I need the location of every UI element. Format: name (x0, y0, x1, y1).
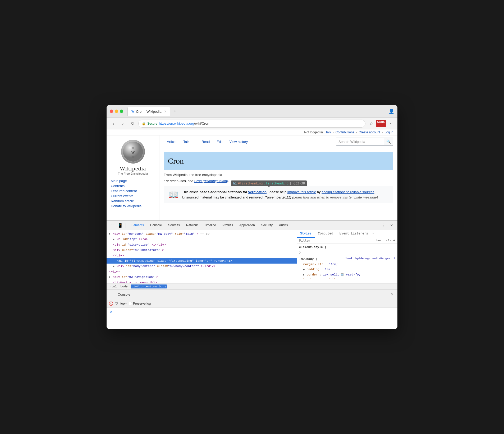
nav-link-main-page[interactable]: Main page (111, 178, 155, 183)
triangle-icon[interactable]: ▶ (303, 274, 305, 276)
talk-link[interactable]: Talk (326, 130, 331, 134)
dt-tab-sources[interactable]: Sources (165, 221, 183, 230)
color-swatch[interactable] (341, 273, 343, 276)
close-traffic-light[interactable] (110, 110, 113, 113)
dt-close-button[interactable]: × (388, 222, 395, 229)
console-level-button[interactable]: top ▾ (120, 302, 127, 305)
devtools-breadcrumb: html body div#content.mw-body (107, 283, 397, 290)
wiki-search-bar[interactable]: 🔍 (336, 138, 393, 146)
menu-button[interactable]: ⋮ (387, 120, 394, 127)
tab-view-history[interactable]: View history (226, 139, 251, 145)
disambiguation-link[interactable]: Cron (disambiguation) (194, 179, 228, 183)
browser-tab-cron[interactable]: W Cron - Wikipedia × (127, 107, 170, 116)
sp-more-chevron[interactable]: » (371, 230, 375, 238)
nav-link-donate[interactable]: Donate to Wikipedia (111, 204, 155, 209)
tab-talk[interactable]: Talk (180, 139, 193, 145)
wiki-notice-box: 📖 This article needs additional citation… (164, 186, 393, 203)
page-content: Not logged in Talk · Contributions · Cre… (107, 129, 397, 329)
search-input[interactable] (336, 140, 384, 144)
dom-line-content-div[interactable]: ▼ <div id="content" class="mw-body" role… (107, 231, 297, 237)
dt-more-button[interactable]: ⋮ (379, 222, 387, 229)
nav-link-featured-content[interactable]: Featured content (111, 188, 155, 193)
filter-input[interactable] (299, 239, 373, 242)
sp-tab-styles[interactable]: Styles (297, 230, 315, 238)
verification-link[interactable]: verification (248, 190, 267, 194)
filter-hov-button[interactable]: :hov (374, 239, 382, 242)
improve-article-link[interactable]: improve this article (287, 190, 316, 194)
url-full[interactable]: https://en.wikipedia.org/wiki/Cron (159, 121, 209, 125)
devtools-device-button[interactable]: 📱 (117, 222, 124, 229)
dom-line-mw-navigation[interactable]: ▼ <div id="mw-navigation" > (107, 274, 297, 280)
sp-tab-event-listeners[interactable]: Event Listeners (336, 230, 371, 238)
tab-close-button[interactable]: × (164, 109, 166, 114)
svg-text:維: 維 (132, 156, 134, 158)
dom-line-close-div[interactable]: </div> (107, 253, 297, 258)
style-val: 0; (342, 278, 345, 279)
dom-line-a-top[interactable]: ► <a id="top" ></a> (107, 237, 297, 242)
dt-tab-audits[interactable]: Audits (276, 221, 291, 230)
window-user-icon: 👤 (388, 108, 394, 114)
tab-read[interactable]: Read (198, 139, 213, 145)
forward-button[interactable]: › (119, 120, 127, 127)
dt-tab-console[interactable]: Console (147, 221, 165, 230)
tab-article[interactable]: Article (164, 139, 180, 145)
nav-link-random-article[interactable]: Random article (111, 198, 155, 204)
dom-line-h2-nav[interactable]: <h2>Navigation menu</h2> (107, 280, 297, 283)
dom-line-close-div2[interactable]: </div> (107, 269, 297, 274)
dom-attr-name: id= (122, 232, 127, 236)
devtools-panel: ⬚ 📱 Elements Console Sources Network Tim… (107, 220, 397, 329)
back-button[interactable]: ‹ (110, 120, 117, 127)
dom-line-bodycontent[interactable]: ► <div id="bodyContent" class="mw-body-c… (107, 264, 297, 269)
breadcrumb-body[interactable]: body (120, 284, 129, 288)
breadcrumb-content[interactable]: div#content.mw-body (131, 284, 167, 288)
create-account-link[interactable]: Create account (359, 130, 380, 134)
dom-line-h1-selected[interactable]: <h1 id="firstHeading" class="firstHeadin… (107, 258, 297, 264)
dom-tag: <div (113, 275, 120, 279)
maximize-traffic-light[interactable] (120, 110, 123, 113)
dom-arrow: ► (113, 265, 114, 268)
filter-funnel-icon[interactable]: ▽ (115, 301, 118, 306)
console-close-button[interactable]: × (389, 291, 395, 298)
dt-tab-elements[interactable]: Elements (127, 221, 147, 230)
dt-tab-application[interactable]: Application (236, 221, 258, 230)
bookmark-button[interactable]: ☆ (368, 120, 375, 127)
address-bar[interactable]: 🔒 Secure https://en.wikipedia.org/wiki/C… (138, 120, 365, 128)
preserve-log-checkbox[interactable] (129, 302, 132, 305)
breadcrumb-html[interactable]: html (109, 284, 118, 288)
console-tab-label[interactable]: Console (116, 292, 132, 296)
style-selector-link[interactable]: load.php?debug=…mediaBadges…:1 (345, 256, 395, 261)
learn-more-link[interactable]: (Learn how and when to remove this templ… (292, 195, 378, 199)
contributions-link[interactable]: Contributions (336, 130, 354, 134)
dom-tag: <div (113, 243, 120, 246)
new-tab-button[interactable]: + (171, 108, 179, 115)
dt-tab-network[interactable]: Network (183, 221, 201, 230)
dom-line-sitenotice[interactable]: <div id="siteNotice" >…</div> (107, 242, 297, 247)
search-button[interactable]: 🔍 (384, 138, 393, 145)
dom-line-mw-indicators[interactable]: <div class="mw-indicators" > (107, 247, 297, 253)
console-dots-icon[interactable]: ⋮ (109, 292, 113, 297)
dt-tab-security[interactable]: Security (258, 221, 276, 230)
nav-link-contents[interactable]: Contents (111, 183, 155, 188)
globe-svg: Ω W 維 (122, 141, 144, 162)
dt-tab-profiles[interactable]: Profiles (219, 221, 236, 230)
tab-bar: W Cron - Wikipedia × + (127, 107, 386, 116)
minimize-traffic-light[interactable] (115, 110, 118, 113)
block-icon[interactable]: 🚫 (109, 301, 113, 306)
filter-cls-button[interactable]: .cls (383, 239, 392, 242)
console-output[interactable]: > (107, 308, 397, 329)
log-in-link[interactable]: Log in (384, 130, 393, 134)
dom-attr-name-class: class= (157, 264, 168, 268)
reload-button[interactable]: ↻ (129, 120, 136, 127)
citations-link[interactable]: adding citations to reliable sources (322, 190, 374, 194)
tab-edit[interactable]: Edit (213, 139, 226, 145)
nav-bar: ‹ › ↻ 🔒 Secure https://en.wikipedia.org/… (107, 118, 397, 129)
dt-tab-timeline[interactable]: Timeline (201, 221, 219, 230)
nav-link-current-events[interactable]: Current events (111, 193, 155, 198)
sp-tab-computed[interactable]: Computed (315, 230, 336, 238)
style-prop: border (306, 273, 317, 276)
dom-tag-close: > (196, 232, 198, 236)
filter-add-button[interactable]: + (393, 238, 395, 243)
devtools-inspect-button[interactable]: ⬚ (109, 222, 116, 229)
dom-attr-val: "top" (128, 237, 137, 241)
triangle-icon[interactable]: ▶ (303, 268, 305, 271)
